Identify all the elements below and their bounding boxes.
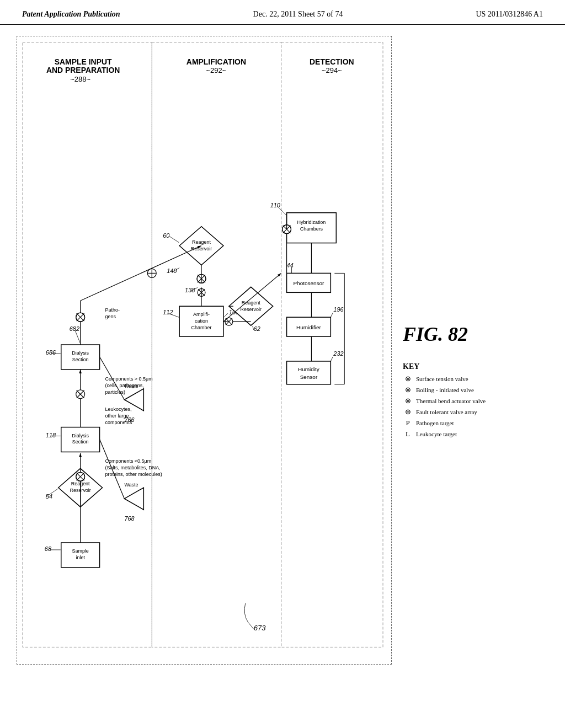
patent-diagram: SAMPLE INPUT AND PREPARATION ~288~ AMPLI… [17,36,392,665]
key-title: KEY [403,362,486,371]
svg-text:inlet: inlet [76,555,85,560]
key-item-5: P Pathogen target [403,419,486,427]
svg-text:~292~: ~292~ [206,66,227,74]
svg-text:~288~: ~288~ [70,75,90,83]
svg-text:Photosensor: Photosensor [293,280,324,286]
svg-text:Reagent: Reagent [242,300,260,306]
key-section: KEY ⊗ Surface tension valve ⊗ Boiling - … [403,362,486,441]
svg-text:118: 118 [46,432,56,438]
svg-text:(Salts, metabolites, DNA,: (Salts, metabolites, DNA, [105,465,161,470]
svg-text:62: 62 [254,325,260,332]
svg-text:~294~: ~294~ [322,66,342,74]
key-label-5: Pathogen target [416,420,454,426]
svg-rect-1 [152,42,281,647]
svg-text:Amplifi-: Amplifi- [193,312,210,317]
svg-text:Leukocytes,: Leukocytes, [105,406,132,412]
svg-text:Dialysis: Dialysis [72,433,89,438]
svg-text:768: 768 [124,515,135,522]
svg-text:Patho-: Patho- [105,307,120,313]
svg-text:140: 140 [167,267,177,274]
svg-text:Reservoir: Reservoir [191,246,212,251]
svg-text:Humidity: Humidity [298,366,319,372]
key-symbol-3: ⊗ [403,397,413,405]
right-panel: FIG. 82 KEY ⊗ Surface tension valve ⊗ Bo… [403,36,486,665]
header-publication-label: Patent Application Publication [22,10,120,19]
svg-rect-2 [281,42,383,647]
svg-text:766: 766 [124,416,135,423]
svg-text:cation: cation [195,318,208,324]
svg-text:Sensor: Sensor [300,374,318,380]
key-symbol-5: P [403,419,413,427]
key-symbol-2: ⊗ [403,386,413,394]
key-symbol-4: ⊕ [403,408,413,416]
svg-text:Reagent: Reagent [192,239,211,245]
svg-text:Section: Section [72,440,89,445]
key-item-3: ⊗ Thermal bend actuator valve [403,397,486,405]
svg-text:Section: Section [72,357,89,362]
svg-line-82 [224,313,228,317]
header-patent-number: US 2011/0312846 A1 [476,10,543,19]
svg-text:232: 232 [333,350,343,357]
svg-text:gens: gens [105,314,116,319]
svg-line-70 [169,237,179,243]
key-item-4: ⊕ Fault tolerant valve array [403,408,486,416]
key-label-3: Thermal bend actuator valve [416,398,486,404]
svg-rect-125 [287,361,331,384]
svg-text:Chamber: Chamber [191,325,212,330]
diagram-svg: SAMPLE INPUT AND PREPARATION ~288~ AMPLI… [17,36,391,664]
key-item-2: ⊗ Boiling - initiated valve [403,386,486,394]
svg-text:DETECTION: DETECTION [310,57,354,66]
figure-label: FIG. 82 [403,323,486,346]
svg-text:Dialysis: Dialysis [72,350,89,356]
svg-line-112 [278,206,287,216]
key-symbol-1: ⊗ [403,374,413,383]
svg-text:AND PREPARATION: AND PREPARATION [46,66,120,74]
key-label-1: Surface tension valve [416,376,468,382]
svg-text:Waste: Waste [124,482,138,488]
svg-text:682: 682 [70,325,79,332]
svg-marker-53 [124,488,143,510]
svg-text:Hybridization: Hybridization [297,220,326,225]
svg-text:Components <0.5μm: Components <0.5μm [105,458,152,464]
svg-text:60: 60 [163,232,169,239]
svg-text:Reservoir: Reservoir [241,307,262,312]
svg-text:44: 44 [287,262,294,269]
key-label-6: Leukocyte target [416,431,457,437]
svg-text:SAMPLE INPUT: SAMPLE INPUT [55,57,112,66]
svg-text:686: 686 [46,349,56,356]
svg-text:673: 673 [254,624,266,633]
page-header: Patent Application Publication Dec. 22, … [0,0,565,25]
svg-text:196: 196 [333,306,344,313]
svg-text:Sample: Sample [72,548,88,554]
key-label-2: Boiling - initiated valve [416,387,474,393]
svg-text:Humidifier: Humidifier [296,324,322,330]
svg-text:138: 138 [185,287,195,293]
svg-line-124 [331,313,333,317]
svg-line-104 [81,246,201,301]
key-item-6: L Leukocyte target [403,430,486,438]
svg-text:Chambers: Chambers [300,226,323,232]
svg-line-140 [248,623,254,629]
svg-text:particles): particles) [105,389,125,395]
key-symbol-6: L [403,430,413,438]
header-sheet-info: Dec. 22, 2011 Sheet 57 of 74 [253,10,343,19]
svg-text:68: 68 [45,545,52,552]
svg-line-129 [331,357,333,361]
svg-text:AMPLIFICATION: AMPLIFICATION [186,57,246,66]
key-label-4: Fault tolerant valve array [416,409,477,415]
svg-text:Waste: Waste [124,383,138,389]
key-item-1: ⊗ Surface tension valve [403,374,486,383]
main-content: SAMPLE INPUT AND PREPARATION ~288~ AMPLI… [0,25,565,676]
